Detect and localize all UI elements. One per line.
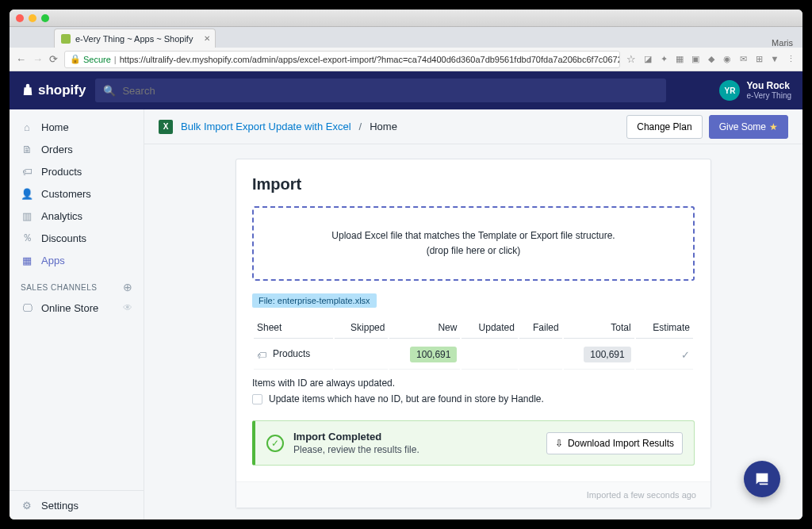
checkbox-icon[interactable] [252, 394, 262, 404]
minimize-window-icon[interactable] [29, 14, 36, 22]
breadcrumb-app[interactable]: Bulk Import Export Update with Excel [181, 121, 351, 132]
lock-icon: 🔒 [70, 54, 81, 64]
sidebar-item-label: Online Store [41, 302, 98, 314]
ext-icon[interactable]: ▣ [690, 54, 701, 64]
upload-dropzone[interactable]: Upload Excel file that matches the Templ… [252, 206, 695, 281]
page-header: Bulk Import Export Update with Excel / H… [144, 109, 802, 144]
close-tab-icon[interactable]: ✕ [204, 34, 210, 43]
sidebar-item-products[interactable]: 🏷Products [10, 160, 144, 182]
browser-window: e-Very Thing ~ Apps ~ Shopify ✕ Maris ← … [10, 10, 802, 519]
sidebar-item-settings[interactable]: ⚙Settings [10, 490, 144, 519]
sidebar-item-customers[interactable]: 👤Customers [10, 182, 144, 205]
search-icon: 🔍 [103, 85, 116, 97]
favicon-icon [61, 34, 71, 44]
sidebar-item-orders[interactable]: 🗎Orders [10, 138, 144, 160]
update-by-handle-label: Update items which have no ID, but are f… [269, 393, 544, 404]
shopify-topbar: shopify 🔍 YR You Rock e-Very Thing [10, 71, 802, 109]
extension-icons: ◪ ✦ ▦ ▣ ◆ ◉ ✉ ⊞ ▼ ⋮ [642, 54, 796, 64]
user-info: You Rock e-Very Thing [746, 81, 791, 100]
row-sheet: Products [273, 348, 310, 359]
ext-icon[interactable]: ▦ [674, 54, 685, 64]
give-some-button[interactable]: Give Some★ [709, 115, 788, 139]
add-channel-icon[interactable]: ⊕ [123, 281, 133, 293]
row-new: 100,691 [410, 347, 457, 362]
star-icon[interactable]: ☆ [626, 53, 636, 65]
dropzone-text: Upload Excel file that matches the Templ… [274, 228, 672, 243]
note-always-updated: Items with ID are always updated. [252, 371, 695, 389]
close-window-icon[interactable] [16, 14, 24, 22]
col-sheet: Sheet [254, 317, 333, 339]
forward-icon[interactable]: → [33, 53, 43, 65]
url-text: https://ultralify-dev.myshopify.com/admi… [120, 55, 620, 64]
check-icon: ✓ [681, 349, 690, 361]
menu-icon[interactable]: ⋮ [785, 54, 796, 64]
back-icon[interactable]: ← [16, 53, 26, 65]
change-plan-button[interactable]: Change Plan [626, 115, 702, 139]
sidebar-item-home[interactable]: ⌂Home [10, 116, 144, 138]
shopify-logo[interactable]: shopify [21, 82, 86, 98]
avatar: YR [719, 80, 740, 101]
preview-icon[interactable]: 👁 [123, 302, 132, 313]
chat-widget-button[interactable] [744, 461, 780, 497]
sidebar-item-apps[interactable]: ▦Apps [10, 249, 144, 271]
ext-icon[interactable]: ◆ [706, 54, 717, 64]
download-results-button[interactable]: ⇩Download Import Results [546, 432, 683, 454]
browser-tab[interactable]: e-Very Thing ~ Apps ~ Shopify ✕ [54, 29, 216, 48]
sidebar-item-analytics[interactable]: ▥Analytics [10, 205, 144, 227]
store-icon: 🖵 [21, 301, 33, 314]
user-name: You Rock [746, 81, 791, 91]
sidebar-item-label: Analytics [41, 210, 82, 222]
sidebar-item-discounts[interactable]: ％Discounts [10, 227, 144, 249]
secure-badge: 🔒Secure [70, 54, 111, 64]
channels-heading: SALES CHANNELS⊕ [10, 271, 144, 297]
discounts-icon: ％ [21, 232, 33, 244]
apps-icon: ▦ [21, 254, 33, 266]
ext-icon[interactable]: ✦ [658, 54, 669, 64]
dropzone-subtext: (drop file here or click) [274, 243, 672, 259]
traffic-lights[interactable] [16, 14, 49, 22]
excel-app-icon [159, 120, 173, 134]
download-icon: ⇩ [555, 438, 563, 449]
ext-icon[interactable]: ✉ [737, 54, 749, 64]
import-results-table: Sheet Skipped New Updated Failed Total E… [252, 316, 695, 371]
store-name: e-Very Thing [746, 91, 791, 100]
analytics-icon: ▥ [21, 209, 33, 222]
main-panel: Bulk Import Export Update with Excel / H… [144, 109, 802, 519]
ext-icon[interactable]: ▼ [769, 54, 780, 64]
import-completed-banner: ✓ Import Completed Please, review the re… [252, 420, 695, 466]
gear-icon: ⚙ [21, 499, 33, 512]
update-by-handle-row[interactable]: Update items which have no ID, but are f… [252, 389, 695, 409]
user-menu[interactable]: YR You Rock e-Very Thing [719, 80, 791, 101]
browser-addressbar: ← → ⟳ 🔒Secure | https://ultralify-dev.my… [10, 48, 802, 71]
breadcrumb-current: Home [370, 121, 397, 132]
reload-icon[interactable]: ⟳ [49, 53, 58, 65]
row-total: 100,691 [584, 347, 630, 362]
col-new: New [389, 317, 460, 339]
success-icon: ✓ [266, 435, 284, 452]
tag-icon: 🏷 [21, 165, 33, 178]
sidebar-item-label: Orders [41, 144, 73, 155]
search-input[interactable] [122, 85, 658, 97]
col-failed: Failed [519, 317, 562, 339]
table-row: 🏷Products 100,691 100,691 ✓ [254, 340, 693, 370]
tag-icon: 🏷 [257, 350, 268, 361]
shopify-bag-icon [21, 83, 35, 98]
customers-icon: 👤 [21, 187, 33, 200]
import-completed-sub: Please, review the results file. [293, 444, 419, 455]
col-skipped: Skipped [335, 317, 389, 339]
sidebar-item-label: Customers [41, 188, 91, 200]
maximize-window-icon[interactable] [41, 14, 49, 22]
admin-sidebar: ⌂Home 🗎Orders 🏷Products 👤Customers ▥Anal… [10, 109, 144, 519]
breadcrumb-sep: / [359, 121, 362, 132]
app-frame: shopify 🔍 YR You Rock e-Very Thing ⌂Home… [10, 71, 802, 519]
ext-icon[interactable]: ◉ [722, 54, 733, 64]
ext-icon[interactable]: ◪ [642, 54, 653, 64]
uploaded-file-pill: File: enterprise-template.xlsx [252, 293, 377, 308]
browser-tabbar: e-Very Thing ~ Apps ~ Shopify ✕ Maris [10, 27, 802, 48]
home-icon: ⌂ [21, 121, 33, 133]
ext-icon[interactable]: ⊞ [753, 54, 764, 64]
global-search[interactable]: 🔍 [95, 79, 666, 102]
sidebar-item-online-store[interactable]: 🖵Online Store👁 [10, 297, 144, 319]
import-card: Import Upload Excel file that matches th… [236, 159, 711, 508]
url-box[interactable]: 🔒Secure | https://ultralify-dev.myshopif… [64, 51, 620, 68]
